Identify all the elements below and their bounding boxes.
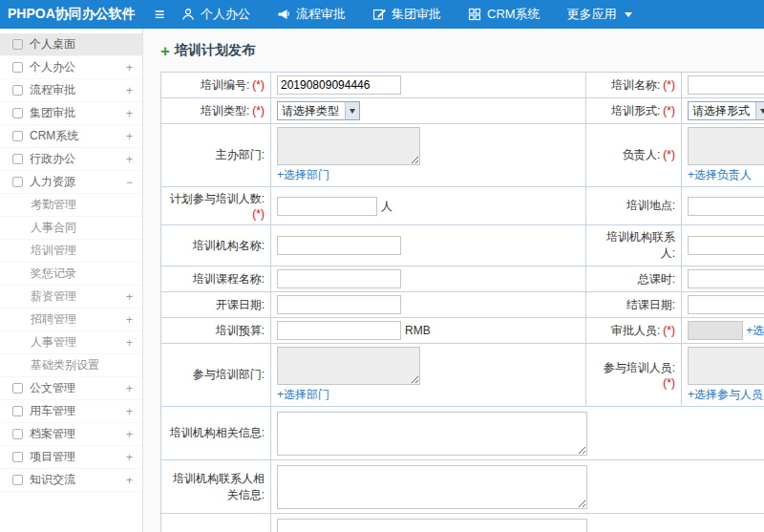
sidebar: 个人桌面 个人办公 + 流程审批 + 集团审批 + CRM系统 + 行政办公 +… bbox=[0, 29, 143, 532]
training-type-select[interactable]: 请选择类型 bbox=[277, 101, 360, 120]
sidebar-item-hr[interactable]: 人力资源 − bbox=[0, 171, 142, 194]
nav-crm-system[interactable]: CRM系统 bbox=[468, 6, 541, 23]
select-participants-link[interactable]: +选择参与人员 bbox=[688, 388, 763, 401]
required-marker: (*) bbox=[252, 78, 265, 92]
field-label: 计划参与培训人数:(*) bbox=[161, 187, 271, 225]
training-no-input[interactable] bbox=[277, 75, 401, 95]
sidebar-item-knowledge[interactable]: 知识交流 + bbox=[0, 469, 142, 492]
sidebar-item-label: 个人办公 bbox=[30, 59, 126, 75]
select-dept-link[interactable]: +选择部门 bbox=[277, 388, 329, 401]
budget-input[interactable] bbox=[277, 321, 401, 340]
menu-toggle-button[interactable]: ≡ bbox=[143, 0, 176, 29]
approver-input[interactable] bbox=[688, 321, 743, 340]
sidebar-item-personal-desktop[interactable]: 个人桌面 bbox=[0, 33, 142, 56]
required-marker: (*) bbox=[663, 78, 675, 92]
sidebar-item-attendance[interactable]: 考勤管理 bbox=[0, 194, 142, 217]
sidebar-item-personnel-mgmt[interactable]: 人事管理 + bbox=[0, 331, 142, 354]
sidebar-item-recruit-mgmt[interactable]: 招聘管理 + bbox=[0, 309, 142, 331]
collapse-marker: − bbox=[126, 176, 133, 189]
required-marker: (*) bbox=[663, 104, 675, 117]
nav-personal-office[interactable]: 个人办公 bbox=[181, 6, 250, 23]
document-icon bbox=[12, 383, 23, 394]
grid-icon bbox=[12, 131, 23, 141]
select-dept-link[interactable]: +选择部门 bbox=[277, 168, 329, 181]
end-date-input[interactable] bbox=[688, 295, 764, 314]
required-marker: (*) bbox=[252, 104, 265, 117]
location-input[interactable] bbox=[688, 197, 764, 216]
sidebar-item-salary-mgmt[interactable]: 薪资管理 + bbox=[0, 286, 142, 309]
sidebar-item-label: 项目管理 bbox=[30, 449, 126, 465]
sidebar-item-label: 知识交流 bbox=[30, 472, 126, 488]
megaphone-icon bbox=[277, 8, 290, 21]
field-label: 总课时: bbox=[586, 266, 682, 292]
project-icon bbox=[12, 452, 23, 462]
sidebar-item-training-mgmt[interactable]: 培训管理 bbox=[0, 240, 142, 263]
sidebar-item-process-approval[interactable]: 流程审批 + bbox=[0, 79, 142, 102]
expand-marker: + bbox=[126, 428, 133, 441]
field-label: 审批人员:(*) bbox=[586, 318, 682, 344]
training-form-select[interactable]: 请选择形式 bbox=[688, 101, 764, 120]
sidebar-item-crm[interactable]: CRM系统 + bbox=[0, 125, 142, 148]
expand-marker: + bbox=[126, 451, 133, 464]
person-icon bbox=[181, 8, 195, 21]
add-icon: + bbox=[160, 43, 170, 59]
sidebar-item-hr-contract[interactable]: 人事合同 bbox=[0, 217, 142, 240]
sidebar-item-archive-mgmt[interactable]: 档案管理 + bbox=[0, 423, 142, 446]
join-dept-textarea[interactable] bbox=[277, 347, 420, 385]
caret-down-icon bbox=[345, 102, 359, 119]
sidebar-item-group-approval[interactable]: 集团审批 + bbox=[0, 102, 142, 125]
start-date-input[interactable] bbox=[277, 295, 401, 314]
field-label: 培训地点: bbox=[586, 187, 682, 225]
field-label: 培训机构相关信息: bbox=[161, 407, 271, 460]
join-staff-textarea[interactable] bbox=[688, 347, 764, 385]
sidebar-item-label: 招聘管理 bbox=[31, 311, 126, 328]
requirement-textarea[interactable] bbox=[277, 519, 587, 532]
main-content: + 培训计划发布 培训编号:(*) 培训名称:(*) 培训类型:(*) 请选择类… bbox=[143, 29, 764, 532]
sidebar-item-admin-office[interactable]: 行政办公 + bbox=[0, 148, 142, 171]
nav-more-apps[interactable]: 更多应用 bbox=[567, 6, 632, 23]
expand-marker: + bbox=[126, 313, 133, 327]
sidebar-item-label: 公文管理 bbox=[30, 380, 126, 396]
sidebar-item-document-mgmt[interactable]: 公文管理 + bbox=[0, 377, 142, 400]
select-approver-link[interactable]: +选择审批人员 bbox=[746, 324, 764, 337]
planned-count-input[interactable] bbox=[277, 197, 377, 216]
sidebar-item-vehicle-mgmt[interactable]: 用车管理 + bbox=[0, 400, 142, 423]
org-contact-input[interactable] bbox=[688, 236, 764, 255]
nav-label: 个人办公 bbox=[201, 6, 250, 23]
unit-label: 人 bbox=[381, 200, 393, 213]
archive-icon bbox=[12, 429, 23, 439]
sidebar-item-base-category[interactable]: 基础类别设置 bbox=[0, 354, 142, 377]
nav-label: CRM系统 bbox=[487, 6, 541, 23]
sidebar-item-label: 基础类别设置 bbox=[31, 357, 133, 373]
edit-square-icon bbox=[12, 108, 23, 118]
sidebar-item-label: 人事合同 bbox=[31, 220, 133, 236]
field-label: 培训机构联系人相关信息: bbox=[161, 460, 271, 514]
sidebar-item-project-mgmt[interactable]: 项目管理 + bbox=[0, 446, 142, 469]
training-name-input[interactable] bbox=[688, 75, 764, 95]
nav-group-approval[interactable]: 集团审批 bbox=[372, 6, 441, 23]
host-dept-textarea[interactable] bbox=[277, 127, 420, 165]
total-hours-input[interactable] bbox=[688, 269, 764, 288]
expand-marker: + bbox=[126, 61, 133, 74]
sidebar-item-label: 流程审批 bbox=[30, 82, 126, 98]
field-label: 参与培训人员:(*) bbox=[586, 344, 682, 407]
org-contact-info-textarea[interactable] bbox=[277, 465, 587, 509]
expand-marker: + bbox=[126, 405, 133, 418]
expand-marker: + bbox=[126, 382, 133, 395]
course-name-input[interactable] bbox=[277, 269, 401, 288]
desktop-icon bbox=[12, 39, 23, 50]
org-name-input[interactable] bbox=[277, 236, 401, 255]
field-label: 培训形式:(*) bbox=[586, 98, 682, 124]
leader-textarea[interactable] bbox=[688, 127, 764, 165]
sidebar-item-personal-office[interactable]: 个人办公 + bbox=[0, 56, 142, 79]
required-marker: (*) bbox=[663, 148, 675, 161]
select-leader-link[interactable]: +选择负责人 bbox=[688, 168, 752, 181]
sidebar-item-label: 个人桌面 bbox=[30, 36, 133, 53]
org-info-textarea[interactable] bbox=[277, 412, 587, 456]
expand-marker: + bbox=[126, 130, 133, 143]
sidebar-item-label: 人事管理 bbox=[31, 334, 126, 351]
page-title: 培训计划发布 bbox=[175, 42, 255, 59]
sidebar-item-reward-record[interactable]: 奖惩记录 bbox=[0, 263, 142, 286]
topbar: PHPOA协同办公软件 ≡ 个人办公 流程审批 集团审批 CRM系统 bbox=[0, 0, 764, 29]
nav-process-approval[interactable]: 流程审批 bbox=[277, 6, 346, 23]
